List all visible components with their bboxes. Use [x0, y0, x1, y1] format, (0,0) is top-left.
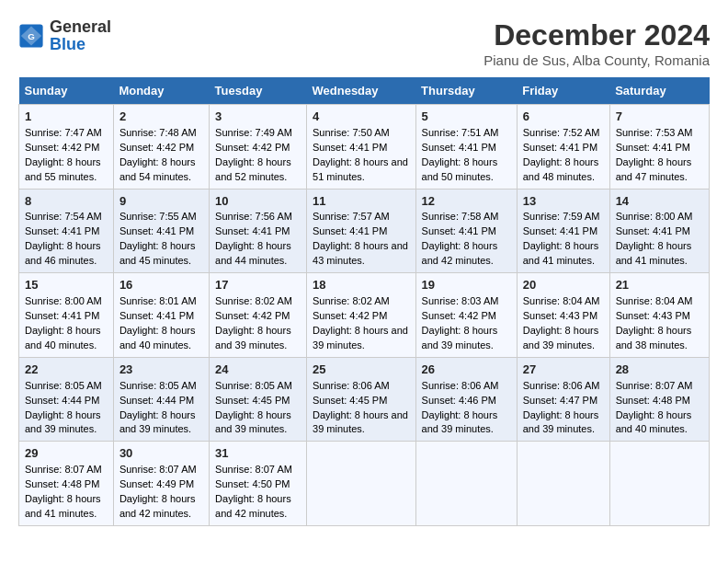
day-number: 6: [523, 109, 604, 126]
sunset-text: Sunset: 4:44 PM: [25, 394, 108, 408]
calendar-cell: [517, 442, 609, 526]
calendar-cell: 23Sunrise: 8:05 AMSunset: 4:44 PMDayligh…: [113, 357, 209, 442]
day-number: 10: [215, 193, 301, 211]
day-number: 20: [523, 277, 604, 294]
calendar-cell: 21Sunrise: 8:04 AMSunset: 4:43 PMDayligh…: [609, 273, 709, 358]
sunrise-text: Sunrise: 8:05 AM: [215, 379, 301, 394]
calendar-cell: 14Sunrise: 8:00 AMSunset: 4:41 PMDayligh…: [609, 189, 709, 273]
header-day: Sunday: [19, 77, 114, 105]
sunrise-text: Sunrise: 8:04 AM: [616, 294, 703, 309]
sunset-text: Sunset: 4:50 PM: [215, 477, 301, 492]
daylight-text: Daylight: 8 hours and 39 minutes.: [25, 408, 108, 438]
logo-text: General Blue: [50, 18, 111, 53]
calendar-cell: 22Sunrise: 8:05 AMSunset: 4:44 PMDayligh…: [19, 357, 114, 442]
logo-general: General: [50, 17, 111, 36]
daylight-text: Daylight: 8 hours and 39 minutes.: [313, 324, 410, 353]
daylight-text: Daylight: 8 hours and 41 minutes.: [523, 239, 604, 269]
day-number: 30: [119, 445, 203, 463]
sunrise-text: Sunrise: 7:54 AM: [25, 210, 108, 224]
sunrise-text: Sunrise: 8:05 AM: [119, 379, 203, 394]
sunset-text: Sunset: 4:42 PM: [215, 309, 301, 324]
sunrise-text: Sunrise: 7:59 AM: [523, 210, 604, 224]
calendar-cell: 6Sunrise: 7:52 AMSunset: 4:41 PMDaylight…: [517, 105, 609, 190]
sunset-text: Sunset: 4:45 PM: [215, 394, 301, 408]
calendar-cell: 10Sunrise: 7:56 AMSunset: 4:41 PMDayligh…: [210, 189, 307, 273]
day-number: 1: [25, 109, 108, 126]
daylight-text: Daylight: 8 hours and 47 minutes.: [616, 155, 703, 185]
day-number: 16: [119, 277, 203, 294]
daylight-text: Daylight: 8 hours and 39 minutes.: [523, 408, 604, 438]
calendar-week-row: 22Sunrise: 8:05 AMSunset: 4:44 PMDayligh…: [19, 357, 710, 442]
daylight-text: Daylight: 8 hours and 45 minutes.: [119, 239, 203, 269]
sunset-text: Sunset: 4:42 PM: [25, 141, 108, 155]
day-number: 27: [523, 362, 604, 379]
logo: G General Blue: [18, 18, 111, 53]
daylight-text: Daylight: 8 hours and 42 minutes.: [422, 239, 511, 269]
header-day: Monday: [113, 77, 209, 105]
daylight-text: Daylight: 8 hours and 39 minutes.: [215, 324, 301, 353]
calendar-cell: 26Sunrise: 8:06 AMSunset: 4:46 PMDayligh…: [415, 357, 517, 442]
calendar-cell: 18Sunrise: 8:02 AMSunset: 4:42 PMDayligh…: [307, 273, 416, 358]
daylight-text: Daylight: 8 hours and 54 minutes.: [119, 155, 203, 185]
sunset-text: Sunset: 4:41 PM: [616, 141, 703, 155]
header-day: Thursday: [415, 77, 517, 105]
sunrise-text: Sunrise: 7:51 AM: [422, 126, 511, 141]
daylight-text: Daylight: 8 hours and 43 minutes.: [313, 239, 410, 269]
sunrise-text: Sunrise: 8:06 AM: [523, 379, 604, 394]
sunrise-text: Sunrise: 7:47 AM: [25, 126, 108, 141]
daylight-text: Daylight: 8 hours and 41 minutes.: [616, 239, 703, 269]
day-number: 9: [119, 193, 203, 211]
svg-text:G: G: [28, 31, 35, 41]
sunrise-text: Sunrise: 7:49 AM: [215, 126, 301, 141]
daylight-text: Daylight: 8 hours and 39 minutes.: [313, 408, 410, 438]
calendar-cell: 17Sunrise: 8:02 AMSunset: 4:42 PMDayligh…: [210, 273, 307, 358]
sunset-text: Sunset: 4:41 PM: [119, 224, 203, 239]
sunrise-text: Sunrise: 7:52 AM: [523, 126, 604, 141]
day-number: 21: [616, 277, 703, 294]
sunset-text: Sunset: 4:41 PM: [313, 141, 410, 155]
sunrise-text: Sunrise: 8:06 AM: [313, 379, 410, 394]
calendar-cell: [609, 442, 709, 526]
sunrise-text: Sunrise: 7:58 AM: [422, 210, 511, 224]
sunrise-text: Sunrise: 7:56 AM: [215, 210, 301, 224]
sunset-text: Sunset: 4:41 PM: [616, 224, 703, 239]
daylight-text: Daylight: 8 hours and 52 minutes.: [215, 155, 301, 185]
daylight-text: Daylight: 8 hours and 40 minutes.: [119, 324, 203, 353]
day-number: 4: [313, 109, 410, 126]
calendar-cell: [415, 442, 517, 526]
daylight-text: Daylight: 8 hours and 41 minutes.: [25, 492, 108, 522]
sunrise-text: Sunrise: 7:53 AM: [616, 126, 703, 141]
daylight-text: Daylight: 8 hours and 55 minutes.: [25, 155, 108, 185]
header-day: Saturday: [609, 77, 709, 105]
header-day: Tuesday: [210, 77, 307, 105]
daylight-text: Daylight: 8 hours and 46 minutes.: [25, 239, 108, 269]
day-number: 26: [422, 362, 511, 379]
day-number: 24: [215, 362, 301, 379]
sunrise-text: Sunrise: 8:07 AM: [616, 379, 703, 394]
sunset-text: Sunset: 4:42 PM: [119, 141, 203, 155]
sunrise-text: Sunrise: 8:02 AM: [215, 294, 301, 309]
day-number: 3: [215, 109, 301, 126]
header-row: SundayMondayTuesdayWednesdayThursdayFrid…: [19, 77, 710, 105]
day-number: 22: [25, 362, 108, 379]
sunrise-text: Sunrise: 8:02 AM: [313, 294, 410, 309]
sunset-text: Sunset: 4:42 PM: [313, 309, 410, 324]
sunset-text: Sunset: 4:43 PM: [616, 309, 703, 324]
calendar-cell: 29Sunrise: 8:07 AMSunset: 4:48 PMDayligh…: [19, 442, 114, 526]
daylight-text: Daylight: 8 hours and 44 minutes.: [215, 239, 301, 269]
calendar-cell: 20Sunrise: 8:04 AMSunset: 4:43 PMDayligh…: [517, 273, 609, 358]
daylight-text: Daylight: 8 hours and 42 minutes.: [119, 492, 203, 522]
page-title: December 2024: [483, 18, 710, 52]
sunrise-text: Sunrise: 8:00 AM: [616, 210, 703, 224]
header-day: Wednesday: [307, 77, 416, 105]
sunset-text: Sunset: 4:41 PM: [422, 224, 511, 239]
calendar-cell: [307, 442, 416, 526]
day-number: 18: [313, 277, 410, 294]
sunrise-text: Sunrise: 7:48 AM: [119, 126, 203, 141]
sunrise-text: Sunrise: 8:07 AM: [25, 463, 108, 477]
day-number: 15: [25, 277, 108, 294]
calendar-cell: 16Sunrise: 8:01 AMSunset: 4:41 PMDayligh…: [113, 273, 209, 358]
sunrise-text: Sunrise: 8:03 AM: [422, 294, 511, 309]
sunset-text: Sunset: 4:41 PM: [119, 309, 203, 324]
calendar-cell: 12Sunrise: 7:58 AMSunset: 4:41 PMDayligh…: [415, 189, 517, 273]
